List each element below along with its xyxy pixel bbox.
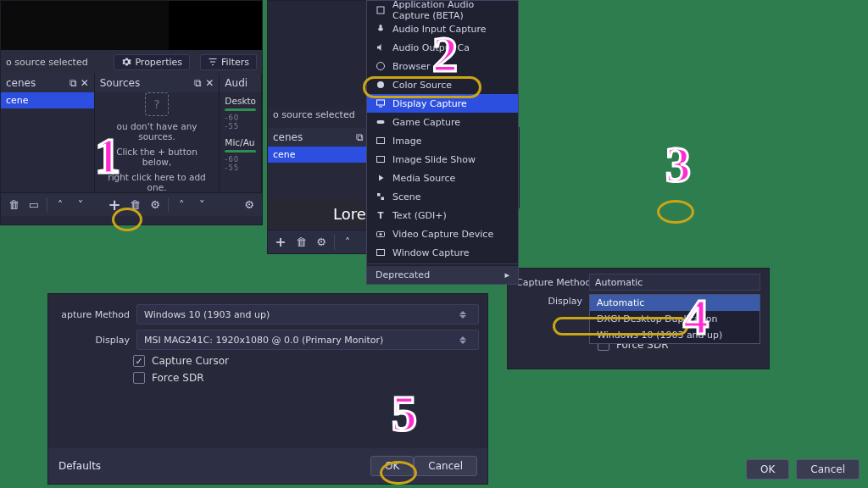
option-windows10[interactable]: Windows 10 (1903 and up)	[590, 327, 760, 343]
stepper-icon[interactable]	[459, 305, 471, 324]
palette-icon	[376, 80, 386, 90]
cancel-button[interactable]: Cancel	[796, 459, 860, 480]
scene-list-item[interactable]: cene	[268, 147, 369, 163]
properties-button[interactable]: Properties	[114, 54, 190, 70]
menu-item-window-capture[interactable]: Window Capture	[367, 243, 518, 262]
move-down-icon[interactable]: ˅	[192, 196, 211, 214]
trash-icon[interactable]: 🗑	[4, 196, 23, 214]
menu-item-audio-input[interactable]: Audio Input Capture	[367, 19, 518, 38]
speaker-icon	[376, 42, 386, 53]
svg-rect-0	[377, 7, 384, 14]
menu-item-display-capture[interactable]: Display Capture	[367, 94, 518, 113]
scenes-header: cenes	[273, 131, 303, 143]
scene-icon	[376, 191, 386, 202]
menu-item-color-source[interactable]: Color Source	[367, 75, 518, 94]
move-up-icon[interactable]: ˄	[338, 233, 357, 252]
gear-icon[interactable]: ⚙	[146, 196, 164, 214]
db-scale: -60 -55	[225, 114, 256, 130]
audio-mixer-dock: Audi Deskto -60 -55 Mic/Au -60 -55	[220, 74, 262, 192]
svg-rect-8	[381, 197, 385, 201]
force-sdr-checkbox[interactable]: Force SDR	[133, 372, 487, 384]
menu-item-scene[interactable]: Scene	[367, 187, 518, 206]
trash-icon[interactable]: 🗑	[125, 196, 144, 214]
scenes-header: cenes	[6, 77, 36, 89]
add-source-button[interactable]: +	[105, 196, 124, 214]
defaults-button[interactable]: Defaults	[58, 457, 114, 475]
empty-text-3: right click here to add one.	[102, 172, 213, 192]
docks-row: cenes ⧉ ✕ cene Sources ⧉ ✕ ? ou don't ha…	[1, 74, 262, 192]
trash-icon[interactable]: 🗑	[292, 233, 310, 252]
menu-item-app-audio[interactable]: Application Audio Capture (BETA)	[367, 1, 518, 19]
close-icon[interactable]: ✕	[205, 77, 214, 89]
gear-icon[interactable]: ⚙	[312, 233, 331, 252]
monitor-icon	[376, 98, 386, 108]
svg-rect-11	[377, 250, 385, 256]
filters-button[interactable]: Filters	[200, 54, 257, 70]
empty-text-2: Click the + button below,	[102, 147, 213, 167]
capture-method-select[interactable]: Automatic	[589, 274, 760, 291]
filters-label: Filters	[221, 57, 249, 68]
svg-point-1	[377, 63, 385, 70]
display-label: Display	[57, 335, 130, 346]
step5-properties-dialog: apture Method Windows 10 (1903 and up) D…	[47, 293, 488, 485]
annotation-number-3: 3	[665, 136, 691, 194]
sources-dock: Sources ⧉ ✕ ? ou don't have any sources.…	[95, 74, 220, 192]
menu-item-text[interactable]: Text (GDI+)	[367, 206, 518, 225]
display-select[interactable]: MSI MAG241C: 1920x1080 @ 0.0 (Primary Mo…	[136, 330, 479, 350]
menu-item-slideshow[interactable]: Image Slide Show	[367, 150, 518, 169]
cancel-button[interactable]: Cancel	[414, 456, 477, 476]
db-scale: -60 -55	[225, 155, 256, 172]
menu-item-browser[interactable]: Browser	[367, 57, 518, 75]
preview-controls: o source selected Properties Filters	[1, 50, 262, 74]
move-up-icon[interactable]: ˄	[172, 196, 191, 214]
filter-icon[interactable]: ▭	[25, 196, 43, 214]
popout-icon[interactable]: ⧉	[356, 131, 364, 143]
add-source-button[interactable]: +	[271, 233, 290, 252]
option-dxgi[interactable]: DXGI Desktop Duplication	[590, 311, 760, 327]
capture-cursor-checkbox[interactable]: Capture Cursor	[133, 355, 487, 367]
ok-button[interactable]: OK	[746, 459, 789, 480]
preview-area	[1, 1, 262, 50]
sources-header: Sources	[100, 77, 140, 89]
capture-method-label: apture Method	[57, 309, 130, 320]
scene-list-item[interactable]: cene	[1, 92, 94, 108]
audio-channel-desktop: Deskto -60 -55	[220, 92, 261, 134]
chevron-right-icon: ▸	[504, 269, 509, 280]
menu-item-deprecated[interactable]: Deprecated▸	[367, 266, 518, 284]
display-label: Display	[516, 296, 582, 307]
text-icon	[376, 210, 386, 220]
stepper-icon[interactable]	[459, 330, 471, 349]
close-icon[interactable]: ✕	[81, 77, 89, 89]
svg-rect-3	[377, 100, 385, 105]
mixer-toolbar: ⚙	[236, 192, 262, 216]
capture-method-dropdown: Automatic DXGI Desktop Duplication Windo…	[589, 294, 760, 344]
empty-text-1: ou don't have any sources.	[102, 121, 213, 141]
annotation-ring-3	[657, 200, 694, 224]
move-up-icon[interactable]: ˄	[51, 196, 70, 214]
gear-icon	[121, 57, 131, 67]
ok-button[interactable]: OK	[370, 456, 414, 476]
app-audio-icon	[376, 5, 386, 15]
help-icon: ?	[145, 92, 169, 116]
gear-icon[interactable]: ⚙	[240, 196, 259, 214]
microphone-icon	[376, 24, 386, 34]
scenes-dock: cenes ⧉ ✕ cene	[1, 74, 95, 192]
popout-icon[interactable]: ⧉	[194, 77, 202, 89]
menu-item-image[interactable]: Image	[367, 131, 518, 150]
slideshow-icon	[376, 154, 386, 164]
gamepad-icon	[376, 117, 386, 127]
sources-empty-state[interactable]: ? ou don't have any sources. Click the +…	[95, 92, 220, 192]
sources-toolbar: + 🗑 ⚙ ˄ ˅	[102, 192, 236, 216]
camera-icon	[376, 229, 386, 239]
menu-item-audio-output[interactable]: Audio Output Ca	[367, 38, 518, 57]
menu-item-game-capture[interactable]: Game Capture	[367, 113, 518, 131]
capture-method-select[interactable]: Windows 10 (1903 and up)	[136, 304, 479, 324]
svg-point-2	[377, 81, 384, 88]
add-source-menu: Application Audio Capture (BETA) Audio I…	[366, 0, 519, 285]
popout-icon[interactable]: ⧉	[70, 77, 77, 89]
option-automatic[interactable]: Automatic	[590, 295, 760, 311]
menu-item-media[interactable]: Media Source	[367, 169, 518, 187]
move-down-icon[interactable]: ˅	[71, 196, 90, 214]
menu-item-video-capture[interactable]: Video Capture Device	[367, 225, 518, 243]
properties-label: Properties	[135, 57, 182, 68]
